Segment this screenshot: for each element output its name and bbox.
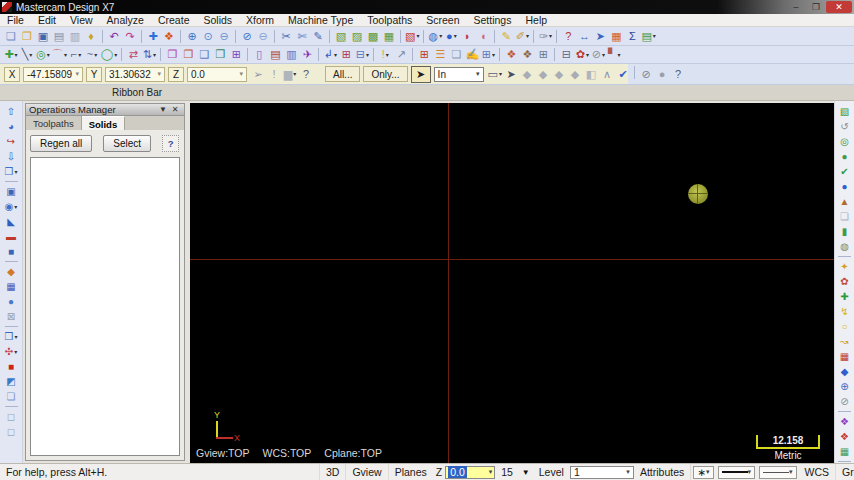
- xform-mirror-button[interactable]: ⇄: [125, 47, 141, 63]
- line-style-select[interactable]: ▾: [718, 466, 756, 479]
- solids-chamfer-button[interactable]: ◣: [2, 214, 20, 229]
- statusbar-level-select[interactable]: 1 ▾: [570, 466, 634, 479]
- swatch-purple-button[interactable]: ❖: [836, 414, 854, 429]
- gview-front-button[interactable]: ▨: [349, 28, 365, 44]
- solids-pattern-button[interactable]: ✣▾: [2, 344, 20, 359]
- shading-wireframe-button[interactable]: ◍▾: [427, 28, 443, 44]
- attributes-pen-button[interactable]: ✑▾: [537, 28, 553, 44]
- create-arc-button[interactable]: ◎▾: [35, 47, 51, 63]
- xform-scale-button[interactable]: ⊞: [228, 47, 244, 63]
- dropdown-caret-icon[interactable]: ▾: [416, 33, 419, 39]
- disable-group-button[interactable]: ⊘▾: [590, 47, 606, 63]
- panel-collapse-icon[interactable]: ▼: [157, 105, 169, 114]
- minimize-button[interactable]: –: [786, 1, 806, 13]
- solids-remove-faces-button[interactable]: ⊠: [2, 309, 20, 324]
- menu-screen[interactable]: Screen: [419, 14, 466, 26]
- lightning-tool-button[interactable]: ↯: [836, 304, 854, 319]
- config-box-button[interactable]: ▆▾: [282, 66, 298, 82]
- levels-move-button[interactable]: ▯: [251, 47, 267, 63]
- analyze-dynamic-button[interactable]: ➤: [592, 28, 608, 44]
- menu-create[interactable]: Create: [151, 14, 197, 26]
- print-button[interactable]: ▤: [51, 28, 67, 44]
- point-style-select[interactable]: ∗ ▾: [693, 466, 713, 479]
- material-on-button[interactable]: ◗: [459, 28, 475, 44]
- select-help-button[interactable]: ?: [670, 66, 686, 82]
- y-coord-label[interactable]: Y: [86, 67, 102, 82]
- menu-machine-type[interactable]: Machine Type: [281, 14, 360, 26]
- dropdown-caret-icon[interactable]: ▾: [653, 33, 656, 39]
- close-button[interactable]: ✕: [826, 1, 852, 13]
- solids-extrude-button[interactable]: ⇧: [2, 104, 20, 119]
- repaint-button[interactable]: ❖: [161, 28, 177, 44]
- circle-yellow-button[interactable]: ○: [836, 319, 854, 334]
- menu-view[interactable]: View: [63, 14, 100, 26]
- dropdown-caret-icon[interactable]: ▾: [29, 52, 32, 58]
- dropdown-caret-icon[interactable]: ▾: [153, 52, 156, 58]
- select-all-button[interactable]: All...: [325, 66, 360, 82]
- globe-grid-button[interactable]: ⊕: [836, 379, 854, 394]
- delete-group-button[interactable]: ✿▾: [574, 47, 590, 63]
- y-coord-input[interactable]: 31.30632 ▾: [105, 67, 165, 82]
- dropdown-caret-icon[interactable]: ▾: [618, 52, 621, 58]
- levels-copy-button[interactable]: ▤: [267, 47, 283, 63]
- view-combine-button[interactable]: ⊟▾: [354, 47, 370, 63]
- statusbar-grid-value[interactable]: 15: [495, 464, 519, 480]
- statusbar-gview-button[interactable]: Gview: [346, 464, 388, 480]
- create-spline-button[interactable]: ~▾: [84, 47, 100, 63]
- statusbar-z-caret-icon[interactable]: ▾: [489, 468, 493, 476]
- select-validate-button[interactable]: ✔: [615, 66, 631, 82]
- undo-button[interactable]: ↶: [106, 28, 122, 44]
- solids-loft-button[interactable]: ⇩: [2, 149, 20, 164]
- solids-thicken-button[interactable]: ■: [2, 244, 20, 259]
- shading-shaded-button[interactable]: ●▾: [443, 28, 459, 44]
- gview-globe-button[interactable]: ▧: [836, 104, 854, 119]
- undo-operation-button[interactable]: ↲▾: [322, 47, 338, 63]
- fast-point-button[interactable]: !: [266, 66, 282, 82]
- unzoom-previous-button[interactable]: ⊖: [255, 28, 271, 44]
- properties-sheet-button[interactable]: ❏: [2, 389, 20, 404]
- dropdown-caret-icon[interactable]: ▾: [78, 52, 81, 58]
- undelete-button[interactable]: ✎: [310, 28, 326, 44]
- dropdown-caret-icon[interactable]: ▾: [114, 52, 117, 58]
- curve-tool-button[interactable]: ↝: [836, 334, 854, 349]
- clear-colors-button[interactable]: ✐▾: [514, 28, 530, 44]
- menu-file[interactable]: File: [0, 14, 31, 26]
- dropdown-caret-icon[interactable]: ▾: [14, 334, 17, 340]
- dropdown-caret-icon[interactable]: ▾: [64, 52, 67, 58]
- operations-list[interactable]: [30, 157, 180, 456]
- hand-tool-button[interactable]: ✦: [836, 259, 854, 274]
- select-window-button[interactable]: ▭▾: [487, 66, 503, 82]
- sheet-view-button[interactable]: ❏: [836, 209, 854, 224]
- tab-toolpaths[interactable]: Toolpaths: [26, 116, 82, 130]
- xform-copy-button[interactable]: ❐: [180, 47, 196, 63]
- dropdown-caret-icon[interactable]: ▾: [454, 33, 457, 39]
- cone-view-button[interactable]: ▲: [836, 194, 854, 209]
- statusbar-level-caret-icon[interactable]: ▾: [626, 468, 630, 476]
- create-line-button[interactable]: ╲▾: [19, 47, 35, 63]
- create-letters-button[interactable]: ◯▾: [100, 47, 118, 63]
- x-coord-label[interactable]: X: [4, 67, 20, 82]
- select-button[interactable]: Select: [103, 135, 151, 152]
- zoom-window-button[interactable]: ⊕: [184, 28, 200, 44]
- calculator-button[interactable]: ⊞▾: [480, 47, 496, 63]
- dropdown-caret-icon[interactable]: ▾: [549, 33, 552, 39]
- groups-tool-button[interactable]: ❖: [503, 47, 519, 63]
- sphere-blue-button[interactable]: ●: [836, 179, 854, 194]
- levels-merge-button[interactable]: ▥: [283, 47, 299, 63]
- dropdown-caret-icon[interactable]: ▾: [334, 52, 337, 58]
- restore-button[interactable]: ❐: [806, 1, 826, 13]
- multi-view-button[interactable]: ☰: [432, 47, 448, 63]
- ribbon-help-button[interactable]: ?: [298, 66, 314, 82]
- create-corner-button[interactable]: ⌐▾: [68, 47, 84, 63]
- grid-red-button[interactable]: ▦: [836, 349, 854, 364]
- solids-shell-button[interactable]: ▣: [2, 184, 20, 199]
- y-coord-caret-icon[interactable]: ▾: [157, 70, 161, 78]
- view-solid-1-button[interactable]: ◻: [2, 409, 20, 424]
- cylinder-view-button[interactable]: ▮: [836, 224, 854, 239]
- swatch-red-button[interactable]: ❖: [836, 429, 854, 444]
- dropdown-caret-icon[interactable]: ▾: [526, 33, 529, 39]
- dropdown-caret-icon[interactable]: ▾: [586, 52, 589, 58]
- menu-solids[interactable]: Solids: [196, 14, 239, 26]
- material-off-button[interactable]: ◖: [475, 28, 491, 44]
- grid-table-button[interactable]: ⊞: [535, 47, 551, 63]
